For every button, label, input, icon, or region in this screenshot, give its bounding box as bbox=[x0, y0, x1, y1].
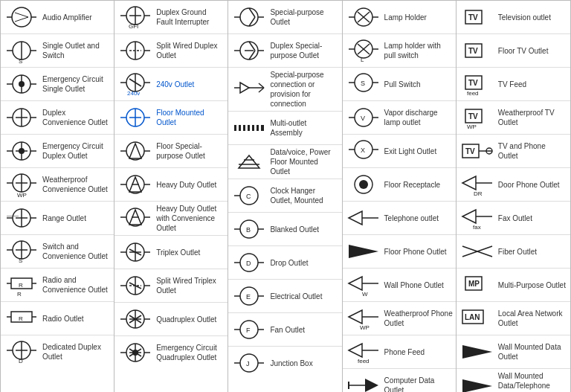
row-radio-convenience: RR Radio and Convenience Outlet bbox=[1, 269, 114, 302]
row-heavy-duty-outlet: Heavy Duty Outlet bbox=[114, 168, 228, 202]
svg-text:B: B bbox=[246, 226, 251, 234]
svg-text:E: E bbox=[246, 293, 251, 301]
label-heavy-duty-convenience: Heavy Duty Outlet with Convenience Outle… bbox=[153, 204, 225, 233]
svg-rect-141 bbox=[245, 125, 248, 131]
svg-text:——: —— bbox=[7, 212, 19, 219]
label-special-purpose: Special-purpose Outlet bbox=[267, 7, 338, 27]
svg-text:WP: WP bbox=[360, 324, 370, 331]
symbol-electrical-outlet: E bbox=[231, 282, 267, 310]
row-special-purpose: Special-purpose Outlet bbox=[228, 1, 341, 34]
symbol-radio-convenience: RR bbox=[4, 271, 39, 299]
label-split-wired-duplex: Split Wired Duplex Outlet bbox=[153, 41, 225, 60]
symbol-range-outlet: —— bbox=[4, 204, 39, 232]
label-range-outlet: Range Outlet bbox=[39, 213, 86, 223]
label-special-purpose-connection: Special-purpose connection or provision … bbox=[267, 70, 338, 109]
symbol-quadruplex-outlet bbox=[117, 305, 153, 333]
label-wall-data: Wall Mounted Data Outlet bbox=[495, 342, 567, 362]
svg-text:F: F bbox=[246, 327, 251, 334]
row-tv-phone: TV TV and Phone Outlet bbox=[457, 135, 570, 168]
label-clock-hanger: Clock Hanger Outlet, Mounted bbox=[267, 186, 338, 205]
row-floor-special-purpose: Floor Special-purpose Outlet bbox=[114, 135, 228, 168]
label-television-outlet: Television outlet bbox=[495, 13, 551, 22]
svg-text:WP: WP bbox=[467, 123, 477, 130]
svg-line-233 bbox=[477, 246, 492, 251]
column-1: Audio Amplifier S Single Outlet and Swit… bbox=[1, 1, 114, 392]
column-3: Special-purpose Outlet Duplex Special-pu… bbox=[228, 1, 342, 392]
symbol-240v-outlet: 240v bbox=[117, 70, 153, 98]
svg-line-3 bbox=[15, 13, 28, 17]
svg-marker-134 bbox=[240, 83, 249, 93]
symbol-weatherproof-phone: WP bbox=[346, 304, 381, 332]
svg-text:S: S bbox=[361, 80, 365, 87]
row-quadruplex-outlet: Quadruplex Outlet bbox=[114, 303, 228, 336]
label-quadruplex-outlet: Quadruplex Outlet bbox=[153, 315, 216, 324]
label-drop-outlet: Drop Outlet bbox=[267, 258, 308, 268]
row-weatherproof-convenience: WP Weatherproof Convenience Outlet bbox=[1, 168, 114, 202]
label-tv-phone: TV and Phone Outlet bbox=[495, 141, 567, 161]
row-split-wired-triplex: Split Wired Triplex Outlet bbox=[114, 269, 228, 303]
row-range-outlet: —— Range Outlet bbox=[1, 202, 114, 235]
svg-marker-196 bbox=[349, 211, 362, 225]
symbol-multi-outlet-assembly bbox=[231, 114, 267, 142]
svg-line-231 bbox=[462, 246, 477, 251]
label-emergency-quadruplex: Emergency Circuit Quadruplex Outlet bbox=[153, 343, 225, 362]
row-duplex-convenience: Duplex Convenience Outlet bbox=[1, 101, 114, 135]
row-data-voice-floor: Data/voice, Power Floor Mounted Outlet bbox=[228, 145, 341, 179]
label-data-voice-floor: Data/voice, Power Floor Mounted Outlet bbox=[267, 147, 338, 176]
svg-marker-240 bbox=[462, 379, 492, 393]
svg-marker-208 bbox=[365, 379, 378, 392]
row-emergency-circuit-single: Emergency Circuit Single Outlet bbox=[1, 68, 114, 101]
symbol-heavy-duty-convenience bbox=[117, 205, 153, 233]
label-lamp-holder: Lamp Holder bbox=[381, 13, 427, 22]
row-vapor-discharge: V Vapor discharge lamp outlet bbox=[343, 101, 456, 135]
symbol-lamp-holder-pull: L bbox=[346, 36, 381, 65]
row-exit-light: X Exit Light Outlet bbox=[343, 135, 456, 168]
svg-line-137 bbox=[259, 88, 264, 92]
label-emergency-circuit-single: Emergency Circuit Single Outlet bbox=[39, 74, 111, 94]
symbol-vapor-discharge: V bbox=[346, 103, 381, 132]
symbol-split-wired-triplex bbox=[117, 271, 153, 300]
label-lan-outlet: Local Area Network Outlet bbox=[495, 309, 567, 328]
row-fan-outlet: F Fan Outlet bbox=[228, 313, 341, 347]
svg-text:feed: feed bbox=[467, 90, 479, 97]
row-wall-data-telephone: Wall Mounted Data/Telephone Outlet bbox=[457, 369, 570, 392]
symbol-phone-feed: feed bbox=[346, 338, 381, 366]
symbol-floor-phone bbox=[346, 237, 381, 266]
label-multi-purpose: Multi-Purpose Outlet bbox=[495, 280, 566, 290]
label-fax-outlet: Fax Outlet bbox=[495, 213, 532, 223]
row-split-wired-duplex: Split Wired Duplex Outlet bbox=[114, 34, 228, 68]
row-drop-outlet: D Drop Outlet bbox=[228, 246, 341, 280]
label-lamp-holder-pull: Lamp holder with pull switch bbox=[381, 41, 453, 60]
svg-text:MP: MP bbox=[468, 280, 480, 288]
label-radio-convenience: Radio and Convenience Outlet bbox=[39, 275, 111, 295]
symbol-special-purpose bbox=[231, 3, 267, 31]
label-audio-amplifier: Audio Amplifier bbox=[39, 13, 92, 22]
symbol-grid: Audio Amplifier S Single Outlet and Swit… bbox=[0, 0, 571, 392]
row-lamp-holder: Lamp Holder bbox=[343, 1, 456, 34]
svg-point-121 bbox=[132, 350, 138, 356]
svg-marker-84 bbox=[129, 144, 141, 158]
symbol-special-purpose-connection bbox=[231, 75, 267, 103]
row-telephone-outlet: Telephone outlet bbox=[343, 202, 456, 235]
symbol-television-outlet: TV bbox=[459, 3, 495, 31]
symbol-triplex-outlet bbox=[117, 238, 153, 266]
symbol-floor-receptacle bbox=[346, 170, 381, 199]
row-phone-feed: feed Phone Feed bbox=[343, 335, 456, 369]
symbol-floor-tv: TV bbox=[459, 36, 495, 65]
row-multi-purpose: MP Multi-Purpose Outlet bbox=[457, 269, 570, 302]
row-fax-outlet: fax Fax Outlet bbox=[457, 202, 570, 235]
svg-text:DR: DR bbox=[474, 190, 483, 197]
svg-point-195 bbox=[359, 180, 368, 189]
svg-line-4 bbox=[15, 17, 28, 22]
symbol-lamp-holder bbox=[346, 3, 381, 31]
svg-marker-205 bbox=[349, 344, 362, 357]
row-duplex-special-purpose: Duplex Special-purpose Outlet bbox=[228, 34, 341, 68]
column-2: GFI Duplex Ground Fault Interrupter Spli… bbox=[114, 1, 228, 392]
symbol-audio-amplifier bbox=[4, 3, 39, 31]
symbol-wall-data bbox=[459, 338, 495, 366]
row-wall-data: Wall Mounted Data Outlet bbox=[457, 335, 570, 369]
svg-text:R: R bbox=[19, 315, 23, 322]
row-tv-feed: TVfeed TV Feed bbox=[457, 68, 570, 101]
label-telephone-outlet: Telephone outlet bbox=[381, 213, 439, 223]
symbol-single-outlet-switch: S bbox=[4, 36, 39, 65]
